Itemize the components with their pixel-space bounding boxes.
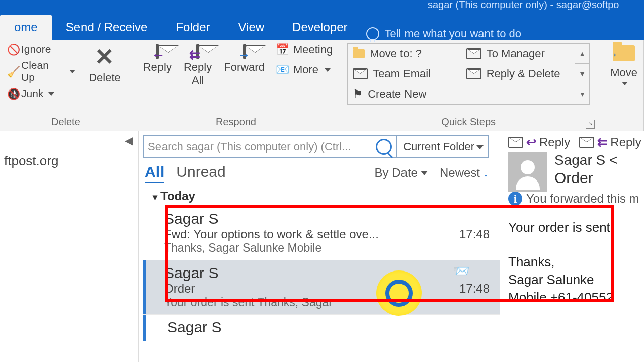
reading-sig-2: Sagar Salunke [508, 271, 644, 289]
reply-all-button[interactable]: ⇇ Reply All [180, 43, 216, 88]
qs-move-to[interactable]: Move to: ? [348, 44, 461, 64]
reading-sig-1: Thanks, [508, 253, 644, 271]
tab-home[interactable]: ome [0, 15, 52, 40]
envelope-icon [508, 137, 523, 148]
search-scope-dropdown[interactable]: Current Folder [397, 135, 489, 158]
message-item[interactable]: Sagar S Fwd: Your options to work & sett… [143, 206, 500, 260]
envelope-icon [466, 48, 481, 59]
envelope-icon [466, 68, 481, 79]
reply-all-arrow-icon: ⇇ [189, 48, 200, 63]
message-from: Sagar S [167, 319, 490, 336]
envelope-icon [579, 137, 594, 148]
reading-body-line: Your order is sent [508, 219, 644, 236]
bulb-icon [366, 27, 379, 40]
envelope-icon [353, 68, 368, 79]
qs-to-manager[interactable]: To Manager [461, 44, 575, 64]
reply-arrow-icon: ← [152, 48, 165, 63]
junk-button[interactable]: 🚯Junk [7, 87, 75, 100]
message-time: 17:48 [459, 282, 490, 296]
search-placeholder: Search sagar (This computer only) (Ctrl.… [148, 140, 351, 153]
forward-button[interactable]: → Forward [220, 43, 269, 76]
qs-create-new[interactable]: ⚑Create New [348, 84, 461, 104]
message-time: 17:48 [459, 227, 490, 241]
qs-reply-delete[interactable]: Reply & Delete [461, 64, 575, 84]
group-label-quick-steps: Quick Steps [347, 116, 590, 129]
clean-up-button[interactable]: 🧹Clean Up [7, 59, 75, 83]
message-list-pane: Search sagar (This computer only) (Ctrl.… [139, 131, 500, 362]
reading-subject: Order [554, 169, 617, 187]
account-node[interactable]: ftpost.org [0, 153, 138, 169]
reading-pane: ↩ Reply ⇇ Reply All Sagar S < Order i Yo… [500, 131, 644, 362]
message-subject: Fwd: Your options to work & settle ove..… [164, 227, 454, 241]
info-icon: i [508, 192, 522, 206]
group-move: → Move [597, 40, 644, 131]
quick-steps-scroll: ▲ ▼ ▾ [575, 44, 589, 104]
tab-send-receive[interactable]: Send / Receive [52, 15, 162, 40]
tab-view[interactable]: View [224, 15, 278, 40]
reading-from: Sagar S < [554, 152, 617, 168]
dialog-launcher-icon[interactable]: ↘ [586, 120, 595, 129]
junk-icon: 🚯 [7, 88, 18, 99]
forwarded-icon: 📨 [453, 263, 469, 279]
message-preview: Thanks, Sagar Salunke Mobile [164, 241, 490, 255]
qs-down-button[interactable]: ▼ [575, 64, 589, 84]
window-title: sagar (This computer only) - sagar@softp… [0, 0, 644, 15]
message-item-selected[interactable]: 📨 Sagar S Order17:48 Your order is sent … [143, 260, 500, 315]
more-icon: 📧 [276, 63, 289, 76]
message-from: Sagar S [164, 264, 490, 282]
search-icon[interactable] [376, 139, 392, 155]
chevron-down-icon [325, 68, 331, 72]
group-label-respond: Respond [139, 116, 333, 129]
folder-icon: → [613, 45, 635, 61]
reading-reply-button[interactable]: ↩ Reply [508, 135, 570, 149]
chevron-down-icon [421, 171, 428, 175]
reply-button[interactable]: ← Reply [139, 43, 176, 76]
group-respond: ← Reply ⇇ Reply All → Forward 📅Meeting 📧… [132, 40, 340, 131]
collapse-nav-button[interactable]: ◀ [125, 134, 133, 147]
filter-all[interactable]: All [145, 163, 164, 183]
forward-arrow-icon: → [238, 48, 251, 63]
ignore-icon: 🚫 [7, 44, 18, 55]
message-item[interactable]: Sagar S [143, 315, 500, 341]
meeting-button[interactable]: 📅Meeting [276, 43, 333, 56]
meeting-icon: 📅 [276, 43, 289, 56]
tell-me[interactable]: Tell me what you want to do [361, 27, 526, 40]
chevron-down-icon [48, 92, 54, 96]
content-area: ◀ ftpost.org Search sagar (This computer… [0, 131, 644, 362]
sort-by-dropdown[interactable]: By Date [375, 166, 428, 180]
chevron-down-icon [622, 82, 628, 85]
quick-steps-gallery: Move to: ? Team Email ⚑Create New To Man… [347, 43, 590, 105]
message-preview: Your order is sent Thanks, Sagar [164, 296, 490, 309]
move-button[interactable]: → Move [606, 43, 641, 87]
folder-icon [353, 49, 365, 58]
arrow-down-icon: ↓ [483, 166, 489, 179]
reading-info-text: You forwarded this m [526, 192, 639, 206]
tab-folder[interactable]: Folder [162, 15, 224, 40]
delete-button[interactable]: ✕ Delete [85, 43, 125, 100]
flag-icon: ⚑ [353, 87, 363, 101]
sort-direction-toggle[interactable]: Newest↓ [440, 166, 489, 180]
chevron-down-icon [69, 70, 75, 73]
folder-nav: ◀ ftpost.org [0, 131, 139, 362]
search-input[interactable]: Search sagar (This computer only) (Ctrl.… [143, 135, 397, 158]
group-quick-steps: Move to: ? Team Email ⚑Create New To Man… [340, 40, 597, 131]
ribbon-tabs: ome Send / Receive Folder View Developer… [0, 15, 644, 40]
filter-unread[interactable]: Unread [176, 163, 225, 180]
reading-reply-all-button[interactable]: ⇇ Reply All [579, 135, 644, 149]
reading-sig-3: Mobile +61-40552 [508, 289, 644, 306]
tell-me-label: Tell me what you want to do [384, 27, 521, 40]
qs-empty [461, 84, 575, 104]
tab-developer[interactable]: Developer [278, 15, 361, 40]
annotation-highlight-circle [376, 270, 422, 316]
qs-team-email[interactable]: Team Email [348, 64, 461, 84]
avatar-icon [508, 152, 547, 192]
qs-more-button[interactable]: ▾ [575, 84, 589, 104]
ignore-button[interactable]: 🚫Ignore [7, 43, 75, 55]
delete-icon: ✕ [95, 45, 114, 68]
more-respond-button[interactable]: 📧More [276, 63, 333, 76]
cleanup-icon: 🧹 [7, 66, 18, 77]
group-label-delete: Delete [7, 116, 125, 129]
group-header-today[interactable]: Today [143, 186, 500, 206]
qs-up-button[interactable]: ▲ [575, 44, 589, 64]
message-from: Sagar S [164, 210, 490, 227]
